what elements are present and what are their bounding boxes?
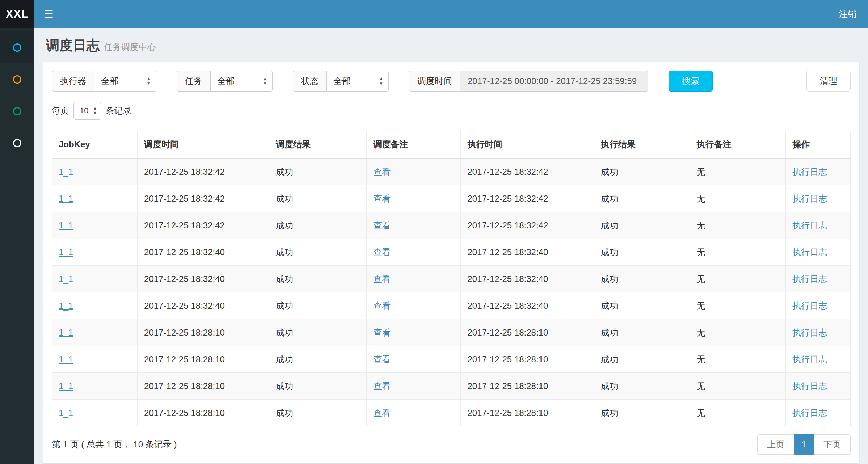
trigger-time-filter-label: 调度时间 xyxy=(409,71,460,92)
table-row: 1_1 2017-12-25 18:32:40 成功 查看 2017-12-25… xyxy=(52,239,851,266)
handle-time-cell: 2017-12-25 18:32:40 xyxy=(461,266,594,292)
logout-link[interactable]: 注销 xyxy=(839,8,856,20)
column-header: 执行备注 xyxy=(690,131,786,159)
status-select[interactable]: 全部 ▲▼ xyxy=(326,71,389,92)
exec-log-link[interactable]: 执行日志 xyxy=(792,301,827,311)
trigger-result-cell: 成功 xyxy=(269,319,367,346)
job-filter-label: 任务 xyxy=(177,71,210,92)
trigger-time-cell: 2017-12-25 18:32:40 xyxy=(138,266,269,292)
job-filter-group: 任务 全部 ▲▼ xyxy=(177,71,273,92)
table-row: 1_1 2017-12-25 18:28:10 成功 查看 2017-12-25… xyxy=(52,373,851,400)
exec-log-link[interactable]: 执行日志 xyxy=(792,328,827,337)
handle-result-cell: 成功 xyxy=(594,373,690,400)
handle-msg-cell: 无 xyxy=(690,239,786,266)
clear-button[interactable]: 清理 xyxy=(806,71,851,92)
handle-msg-cell: 无 xyxy=(690,373,786,400)
prev-page-button[interactable]: 上页 xyxy=(757,434,794,455)
sidebar-toggle-icon[interactable]: ☰ xyxy=(44,9,54,20)
trigger-msg-link[interactable]: 查看 xyxy=(373,354,391,364)
status-filter-label: 状态 xyxy=(293,71,326,92)
exec-log-link[interactable]: 执行日志 xyxy=(792,167,827,177)
jobkey-link[interactable]: 1_1 xyxy=(59,167,73,177)
trigger-msg-link[interactable]: 查看 xyxy=(373,220,391,230)
table-row: 1_1 2017-12-25 18:28:10 成功 查看 2017-12-25… xyxy=(52,346,851,373)
handle-msg-cell: 无 xyxy=(690,266,786,292)
app-logo[interactable]: XXL xyxy=(0,0,34,28)
page-subtitle: 任务调度中心 xyxy=(104,42,156,52)
pagination-row: 第 1 页 ( 总共 1 页， 10 条记录 ) 上页 1 下页 xyxy=(52,434,851,455)
status-filter-group: 状态 全部 ▲▼ xyxy=(293,71,389,92)
jobkey-link[interactable]: 1_1 xyxy=(59,220,73,230)
sidebar xyxy=(0,28,34,464)
handle-result-cell: 成功 xyxy=(594,239,690,266)
trigger-msg-link[interactable]: 查看 xyxy=(373,328,391,337)
handle-result-cell: 成功 xyxy=(594,212,690,239)
jobkey-link[interactable]: 1_1 xyxy=(59,381,73,391)
table-row: 1_1 2017-12-25 18:32:42 成功 查看 2017-12-25… xyxy=(52,212,851,239)
trigger-msg-link[interactable]: 查看 xyxy=(373,274,391,284)
search-button[interactable]: 搜索 xyxy=(669,71,713,92)
trigger-msg-link[interactable]: 查看 xyxy=(373,408,391,418)
sidebar-item-1[interactable] xyxy=(0,31,34,63)
handle-result-cell: 成功 xyxy=(594,319,690,346)
executor-filter-label: 执行器 xyxy=(52,71,94,92)
trigger-msg-link[interactable]: 查看 xyxy=(373,247,391,257)
trigger-time-range-input[interactable]: 2017-12-25 00:00:00 - 2017-12-25 23:59:5… xyxy=(460,71,648,92)
exec-log-link[interactable]: 执行日志 xyxy=(792,408,827,418)
jobkey-link[interactable]: 1_1 xyxy=(59,354,73,364)
table-row: 1_1 2017-12-25 18:28:10 成功 查看 2017-12-25… xyxy=(52,319,851,346)
trigger-msg-link[interactable]: 查看 xyxy=(373,301,391,311)
jobkey-link[interactable]: 1_1 xyxy=(59,328,73,337)
circle-icon xyxy=(13,75,21,84)
executor-filter-group: 执行器 全部 ▲▼ xyxy=(52,71,156,92)
filter-bar: 执行器 全部 ▲▼ 任务 全部 ▲▼ 状态 全部 ▲▼ xyxy=(52,71,851,92)
handle-time-cell: 2017-12-25 18:28:10 xyxy=(461,373,594,400)
jobkey-link[interactable]: 1_1 xyxy=(59,408,73,418)
exec-log-link[interactable]: 执行日志 xyxy=(792,354,827,364)
trigger-result-cell: 成功 xyxy=(269,373,367,400)
table-row: 1_1 2017-12-25 18:32:40 成功 查看 2017-12-25… xyxy=(52,266,851,292)
handle-result-cell: 成功 xyxy=(594,266,690,292)
jobkey-link[interactable]: 1_1 xyxy=(59,274,73,284)
job-select[interactable]: 全部 ▲▼ xyxy=(210,71,273,92)
exec-log-link[interactable]: 执行日志 xyxy=(792,220,827,230)
trigger-result-cell: 成功 xyxy=(269,185,367,212)
handle-result-cell: 成功 xyxy=(594,346,690,373)
executor-select[interactable]: 全部 ▲▼ xyxy=(94,71,156,92)
handle-msg-cell: 无 xyxy=(690,319,786,346)
trigger-msg-link[interactable]: 查看 xyxy=(373,167,391,177)
page-size-value: 10 xyxy=(80,106,88,115)
page-title: 调度日志任务调度中心 xyxy=(46,37,859,55)
page-size-suffix: 条记录 xyxy=(105,105,131,117)
select-stepper-icon: ▲▼ xyxy=(379,76,383,85)
exec-log-link[interactable]: 执行日志 xyxy=(792,247,827,257)
circle-icon xyxy=(13,139,21,147)
page-size-row: 每页 10 ▲▼ 条记录 xyxy=(52,102,851,120)
trigger-msg-link[interactable]: 查看 xyxy=(373,194,391,203)
handle-msg-cell: 无 xyxy=(690,185,786,212)
handle-time-cell: 2017-12-25 18:32:40 xyxy=(461,292,594,319)
handle-time-cell: 2017-12-25 18:32:40 xyxy=(461,239,594,266)
next-page-button[interactable]: 下页 xyxy=(814,434,851,455)
page-size-select[interactable]: 10 ▲▼ xyxy=(73,102,101,120)
handle-msg-cell: 无 xyxy=(690,159,786,185)
handle-result-cell: 成功 xyxy=(594,159,690,185)
exec-log-link[interactable]: 执行日志 xyxy=(792,274,827,284)
jobkey-link[interactable]: 1_1 xyxy=(59,301,73,311)
exec-log-link[interactable]: 执行日志 xyxy=(792,381,827,391)
jobkey-link[interactable]: 1_1 xyxy=(59,194,73,203)
trigger-time-filter-group: 调度时间 2017-12-25 00:00:00 - 2017-12-25 23… xyxy=(409,71,648,92)
circle-icon xyxy=(13,43,21,52)
sidebar-item-3[interactable] xyxy=(0,95,34,127)
handle-msg-cell: 无 xyxy=(690,292,786,319)
trigger-time-cell: 2017-12-25 18:28:10 xyxy=(138,400,269,426)
column-header: 调度备注 xyxy=(367,131,461,159)
trigger-time-cell: 2017-12-25 18:28:10 xyxy=(138,373,269,400)
exec-log-link[interactable]: 执行日志 xyxy=(792,194,827,203)
sidebar-item-4[interactable] xyxy=(0,127,34,159)
jobkey-link[interactable]: 1_1 xyxy=(59,247,73,257)
select-stepper-icon: ▲▼ xyxy=(147,76,151,85)
sidebar-item-2[interactable] xyxy=(0,63,34,95)
trigger-msg-link[interactable]: 查看 xyxy=(373,381,391,391)
page-1-button[interactable]: 1 xyxy=(794,434,814,455)
